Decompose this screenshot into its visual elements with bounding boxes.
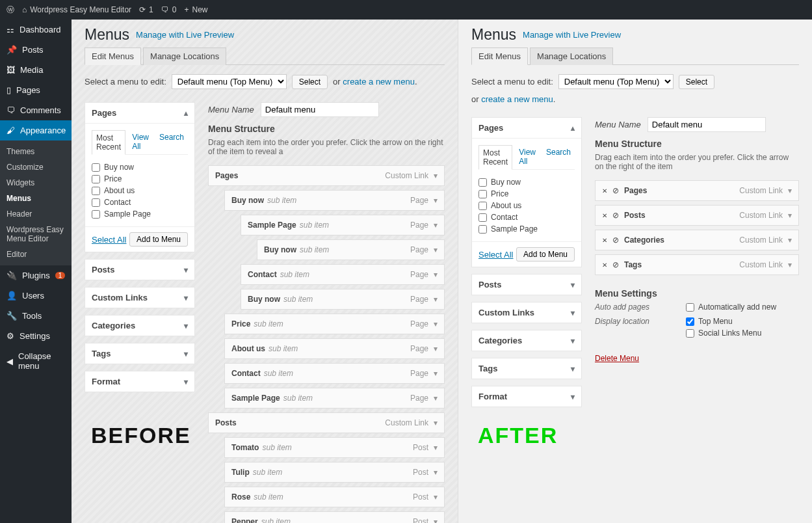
menu-item[interactable]: PagesCustom Link▾ [208, 165, 445, 186]
menu-item[interactable]: Pepper sub itemPost▾ [224, 511, 445, 523]
submenu-themes[interactable]: Themes [0, 144, 72, 159]
menu-item[interactable]: Tulip sub itemPost▾ [224, 462, 445, 483]
pages-tab-search[interactable]: Search [542, 145, 575, 169]
chevron-down-icon[interactable]: ▾ [434, 517, 438, 523]
menu-item[interactable]: Rose sub itemPost▾ [224, 487, 445, 507]
tab-manage-locations[interactable]: Manage Locations [530, 47, 613, 65]
chevron-down-icon[interactable]: ▾ [434, 443, 438, 452]
remove-icon[interactable] [602, 211, 607, 220]
menu-item[interactable]: TagsCustom Link▾ [595, 254, 799, 275]
metabox-categories-toggle[interactable]: Categories▾ [85, 315, 194, 336]
manage-live-preview-link[interactable]: Manage with Live Preview [523, 30, 621, 40]
page-item-checkbox[interactable] [478, 178, 487, 187]
page-item-checkbox[interactable] [92, 187, 100, 195]
create-menu-link[interactable]: create a new menu [481, 94, 553, 104]
page-item-checkbox[interactable] [92, 175, 100, 183]
metabox-posts-toggle[interactable]: Posts▾ [85, 260, 194, 280]
chevron-down-icon[interactable]: ▾ [434, 492, 438, 502]
chevron-down-icon[interactable]: ▾ [434, 319, 438, 329]
metabox-pages-toggle[interactable]: Pages▴ [85, 103, 194, 124]
menu-item[interactable]: PostsCustom Link▾ [595, 205, 799, 226]
sidebar-item-posts[interactable]: 📌 Posts [0, 40, 72, 60]
tab-manage-locations[interactable]: Manage Locations [143, 47, 226, 65]
menu-item[interactable]: Tomato sub itemPost▾ [224, 437, 445, 458]
metabox-tags-toggle[interactable]: Tags▾ [472, 358, 581, 379]
submenu-customize[interactable]: Customize [0, 159, 72, 175]
pages-tab-viewall[interactable]: View All [515, 145, 540, 169]
sidebar-item-media[interactable]: 🖾 Media [0, 60, 72, 80]
add-to-menu-button[interactable]: Add to Menu [129, 232, 188, 247]
metabox-posts-toggle[interactable]: Posts▾ [472, 275, 581, 295]
submenu-editor[interactable]: Editor [0, 247, 72, 262]
submenu-header[interactable]: Header [0, 206, 72, 222]
sidebar-item-comments[interactable]: 🗨 Comments [0, 100, 72, 120]
submenu-menus[interactable]: Menus [0, 191, 72, 206]
sidebar-item-plugins[interactable]: 🔌 Plugins 1 [0, 265, 72, 286]
pages-tab-recent[interactable]: Most Recent [478, 145, 512, 170]
menu-item[interactable]: PostsCustom Link▾ [208, 412, 445, 433]
sidebar-item-tools[interactable]: 🔧 Tools [0, 306, 72, 326]
site-link[interactable]: ⌂ Wordpress Easy Menu Editor [22, 5, 131, 14]
page-item-checkbox[interactable] [92, 198, 100, 207]
metabox-customlinks-toggle[interactable]: Custom Links▾ [472, 302, 581, 323]
menu-name-input[interactable] [648, 117, 766, 132]
pages-tab-recent[interactable]: Most Recent [92, 130, 125, 155]
remove-icon[interactable] [602, 186, 607, 195]
menu-item[interactable]: CategoriesCustom Link▾ [595, 230, 799, 250]
chevron-down-icon[interactable]: ▾ [788, 211, 792, 220]
select-button[interactable]: Select [679, 75, 714, 89]
chevron-down-icon[interactable]: ▾ [788, 235, 792, 245]
menu-item[interactable]: Sample Page sub itemPage▾ [241, 215, 445, 235]
add-to-menu-button[interactable]: Add to Menu [516, 247, 575, 262]
location-top-checkbox[interactable] [686, 317, 694, 326]
page-item-checkbox[interactable] [478, 202, 487, 210]
chevron-down-icon[interactable]: ▾ [434, 196, 438, 205]
page-item-checkbox[interactable] [92, 210, 100, 219]
chevron-down-icon[interactable]: ▾ [434, 418, 438, 427]
menu-item[interactable]: About us sub itemPage▾ [224, 338, 445, 359]
menu-select[interactable]: Default menu (Top Menu) [172, 74, 287, 89]
menu-item[interactable]: Sample Page sub itemPage▾ [224, 388, 445, 409]
select-button[interactable]: Select [292, 75, 328, 89]
remove-icon[interactable] [602, 235, 607, 245]
manage-live-preview-link[interactable]: Manage with Live Preview [136, 30, 234, 40]
chevron-down-icon[interactable]: ▾ [434, 221, 438, 230]
delete-menu-link[interactable]: Delete Menu [595, 354, 639, 363]
chevron-down-icon[interactable]: ▾ [434, 344, 438, 353]
chevron-down-icon[interactable]: ▾ [788, 260, 792, 269]
create-menu-link[interactable]: create a new menu [343, 77, 415, 87]
chevron-down-icon[interactable]: ▾ [434, 171, 438, 180]
location-social-checkbox[interactable] [686, 329, 694, 338]
metabox-format-toggle[interactable]: Format▾ [472, 386, 581, 407]
updates-link[interactable]: ⟳ 1 [139, 5, 153, 14]
chevron-down-icon[interactable]: ▾ [434, 369, 438, 378]
chevron-down-icon[interactable]: ▾ [434, 245, 438, 254]
menu-name-input[interactable] [261, 102, 379, 117]
menu-item[interactable]: PagesCustom Link▾ [595, 180, 799, 201]
page-item-checkbox[interactable] [478, 213, 487, 222]
submenu-widgets[interactable]: Widgets [0, 175, 72, 191]
metabox-pages-toggle[interactable]: Pages▴ [472, 118, 581, 139]
metabox-format-toggle[interactable]: Format▾ [85, 371, 194, 392]
chevron-down-icon[interactable]: ▾ [434, 270, 438, 279]
page-item-checkbox[interactable] [92, 163, 100, 172]
new-content-link[interactable]: + New [184, 5, 207, 14]
menu-item[interactable]: Contact sub itemPage▾ [241, 264, 445, 285]
select-all-link[interactable]: Select All [478, 250, 513, 260]
page-item-checkbox[interactable] [478, 190, 487, 198]
sidebar-collapse[interactable]: ◀ Collapse menu [0, 346, 72, 376]
menu-select[interactable]: Default menu (Top Menu) [558, 74, 674, 89]
menu-item[interactable]: Buy now sub itemPage▾ [224, 190, 445, 211]
chevron-down-icon[interactable]: ▾ [434, 295, 438, 304]
metabox-customlinks-toggle[interactable]: Custom Links▾ [85, 288, 194, 308]
auto-add-checkbox[interactable] [686, 303, 694, 312]
tab-edit-menus[interactable]: Edit Menus [85, 47, 141, 65]
sidebar-item-settings[interactable]: ⚙ Settings [0, 326, 72, 346]
sidebar-item-appearance[interactable]: 🖌 Appearance [0, 120, 72, 141]
select-all-link[interactable]: Select All [92, 235, 126, 245]
wp-logo-icon[interactable]: ⓦ [7, 5, 14, 16]
sidebar-item-dashboard[interactable]: ⚏ Dashboard [0, 20, 72, 40]
menu-item[interactable]: Buy now sub itemPage▾ [257, 239, 445, 260]
metabox-categories-toggle[interactable]: Categories▾ [472, 330, 581, 351]
menu-item[interactable]: Contact sub itemPage▾ [224, 363, 445, 384]
